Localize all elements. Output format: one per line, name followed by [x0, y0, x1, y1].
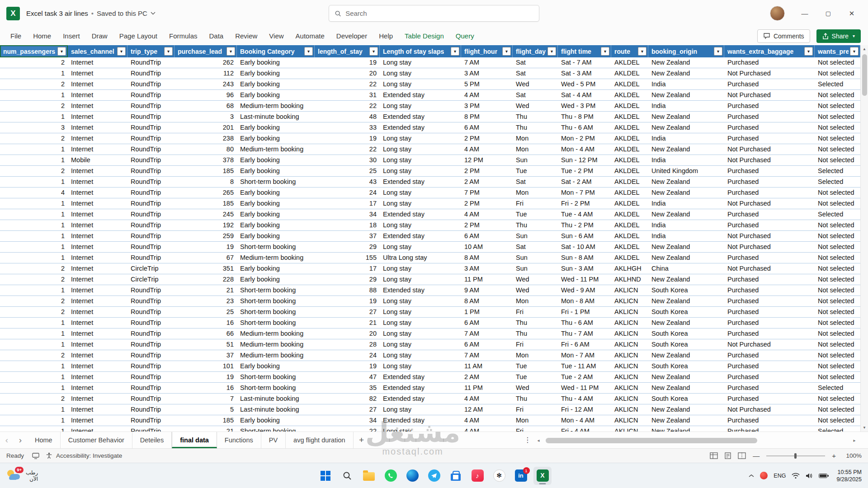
cell-flight-hour[interactable]: 2 PM [461, 133, 513, 144]
cell-flight-time[interactable]: Sat - 4 AM [558, 90, 611, 100]
cell-length-of-stay-slaps[interactable]: Long stay [380, 133, 461, 144]
cell-sales-channel[interactable]: Internet [68, 166, 127, 176]
cell-sales-channel[interactable]: Internet [68, 253, 127, 263]
cell-route[interactable]: AKLDEL [611, 198, 648, 209]
cell-booking-category[interactable]: Medium-term booking [237, 144, 315, 155]
cell-booking-origin[interactable]: New Zealand [648, 122, 724, 133]
cell-length-of-stay[interactable]: 34 [315, 209, 380, 220]
cell-length-of-stay[interactable]: 34 [315, 415, 380, 426]
cell-booking-category[interactable]: Early booking [237, 155, 315, 165]
horizontal-scrollbar-thumb[interactable] [546, 438, 757, 443]
cell-booking-origin[interactable]: New Zealand [648, 112, 724, 122]
cell-length-of-stay[interactable]: 19 [315, 361, 380, 371]
cell-length-of-stay-slaps[interactable]: Long stay [380, 79, 461, 89]
cell-booking-category[interactable]: Short-term booking [237, 285, 315, 296]
cell-flight-time[interactable]: Fri - 2 PM [558, 198, 611, 209]
cell-wants-pref[interactable]: Selected [815, 79, 860, 89]
cell-flight-hour[interactable]: 4 AM [461, 144, 513, 155]
cell-booking-category[interactable]: Early booking [237, 90, 315, 100]
scroll-right-arrow[interactable]: ▸ [851, 438, 858, 443]
cell-route[interactable]: AKLHND [611, 274, 648, 285]
cell-route[interactable]: AKLDEL [611, 231, 648, 241]
cell-length-of-stay-slaps[interactable]: Long stay [380, 361, 461, 371]
cell-flight-hour[interactable]: 3 PM [461, 101, 513, 111]
cell-booking-origin[interactable]: New Zealand [648, 177, 724, 187]
cell-wants-extra-baggage[interactable]: Purchased [724, 166, 815, 176]
cell-purchase-lead[interactable]: 80 [175, 144, 237, 155]
cell-length-of-stay[interactable]: 19 [315, 133, 380, 144]
cell-sales-channel[interactable]: Internet [68, 328, 127, 339]
menu-tab-developer[interactable]: Developer [330, 27, 373, 45]
cell-booking-category[interactable]: Medium-term booking [237, 350, 315, 361]
cell-length-of-stay[interactable]: 88 [315, 285, 380, 296]
cell-trip-type[interactable]: RoundTrip [127, 350, 175, 361]
cell-flight-day[interactable]: Sat [513, 177, 558, 187]
filter-dropdown-button[interactable]: ▾ [850, 47, 859, 56]
cell-wants-extra-baggage[interactable]: Purchased [724, 328, 815, 339]
cell-route[interactable]: AKLDEL [611, 242, 648, 252]
cell-wants-extra-baggage[interactable]: Not Purchased [724, 198, 815, 209]
cell-wants-pref[interactable]: Not selected [815, 231, 860, 241]
cell-length-of-stay-slaps[interactable]: Long stay [380, 166, 461, 176]
cell-length-of-stay-slaps[interactable]: Extended stay [380, 372, 461, 382]
cell-booking-category[interactable]: Short-term booking [237, 383, 315, 393]
whatsapp-button[interactable] [382, 467, 400, 485]
cell-flight-day[interactable]: Mon [513, 296, 558, 306]
cell-num-passengers[interactable]: 1 [0, 198, 68, 209]
menu-tab-help[interactable]: Help [373, 27, 399, 45]
cell-sales-channel[interactable]: Internet [68, 361, 127, 371]
cell-flight-day[interactable]: Sat [513, 242, 558, 252]
cell-flight-time[interactable]: Tue - 11 AM [558, 361, 611, 371]
cell-route[interactable]: AKLICN [611, 404, 648, 415]
cell-wants-extra-baggage[interactable]: Purchased [724, 79, 815, 89]
cell-flight-time[interactable]: Thu - 2 PM [558, 220, 611, 230]
cell-wants-extra-baggage[interactable]: Purchased [724, 101, 815, 111]
music-button[interactable]: ♪ [468, 467, 486, 485]
cell-num-passengers[interactable]: 1 [0, 155, 68, 165]
cell-trip-type[interactable]: RoundTrip [127, 122, 175, 133]
search-input[interactable] [345, 9, 533, 17]
menu-tab-review[interactable]: Review [229, 27, 263, 45]
cell-length-of-stay-slaps[interactable]: Long stay [380, 296, 461, 306]
cell-num-passengers[interactable]: 1 [0, 112, 68, 122]
cell-length-of-stay[interactable]: 22 [315, 144, 380, 155]
cell-wants-pref[interactable]: Not selected [815, 133, 860, 144]
cell-length-of-stay[interactable]: 27 [315, 404, 380, 415]
cell-wants-extra-baggage[interactable]: Purchased [724, 253, 815, 263]
cell-flight-hour[interactable]: 11 PM [461, 274, 513, 285]
cell-flight-day[interactable]: Wed [513, 274, 558, 285]
cell-wants-pref[interactable]: Not selected [815, 350, 860, 361]
cell-booking-origin[interactable]: South Korea [648, 328, 724, 339]
cell-route[interactable]: AKLICN [611, 415, 648, 426]
cell-flight-time[interactable]: Sat - 7 AM [558, 57, 611, 68]
cell-wants-pref[interactable]: Selected [815, 383, 860, 393]
cell-route[interactable]: AKLICN [611, 285, 648, 296]
cell-route[interactable]: AKLDEL [611, 188, 648, 198]
cell-flight-hour[interactable]: 4 AM [461, 209, 513, 220]
cell-purchase-lead[interactable]: 7 [175, 394, 237, 404]
filter-dropdown-button[interactable]: ▾ [164, 47, 173, 56]
cell-length-of-stay[interactable]: 22 [315, 426, 380, 432]
cell-wants-pref[interactable]: Not selected [815, 415, 860, 426]
cell-length-of-stay-slaps[interactable]: Long stay [380, 274, 461, 285]
cell-flight-day[interactable]: Mon [513, 415, 558, 426]
cell-num-passengers[interactable]: 4 [0, 188, 68, 198]
cell-purchase-lead[interactable]: 265 [175, 188, 237, 198]
menu-tab-page-layout[interactable]: Page Layout [113, 27, 163, 45]
filter-dropdown-button[interactable]: ▾ [804, 47, 813, 56]
page-layout-view-button[interactable] [724, 452, 732, 459]
menu-tab-formulas[interactable]: Formulas [163, 27, 203, 45]
cell-flight-time[interactable]: Thu - 8 PM [558, 112, 611, 122]
cell-route[interactable]: AKLDEL [611, 68, 648, 79]
volume-icon[interactable] [806, 473, 813, 479]
cell-flight-hour[interactable]: 7 AM [461, 57, 513, 68]
cell-sales-channel[interactable]: Internet [68, 122, 127, 133]
cell-purchase-lead[interactable]: 185 [175, 166, 237, 176]
cell-length-of-stay[interactable]: 19 [315, 57, 380, 68]
cell-flight-day[interactable]: Wed [513, 285, 558, 296]
cell-wants-pref[interactable]: Selected [815, 166, 860, 176]
cell-purchase-lead[interactable]: 67 [175, 253, 237, 263]
cell-wants-extra-baggage[interactable]: Purchased [724, 285, 815, 296]
cell-num-passengers[interactable]: 2 [0, 101, 68, 111]
cell-flight-time[interactable]: Wed - 11 PM [558, 274, 611, 285]
